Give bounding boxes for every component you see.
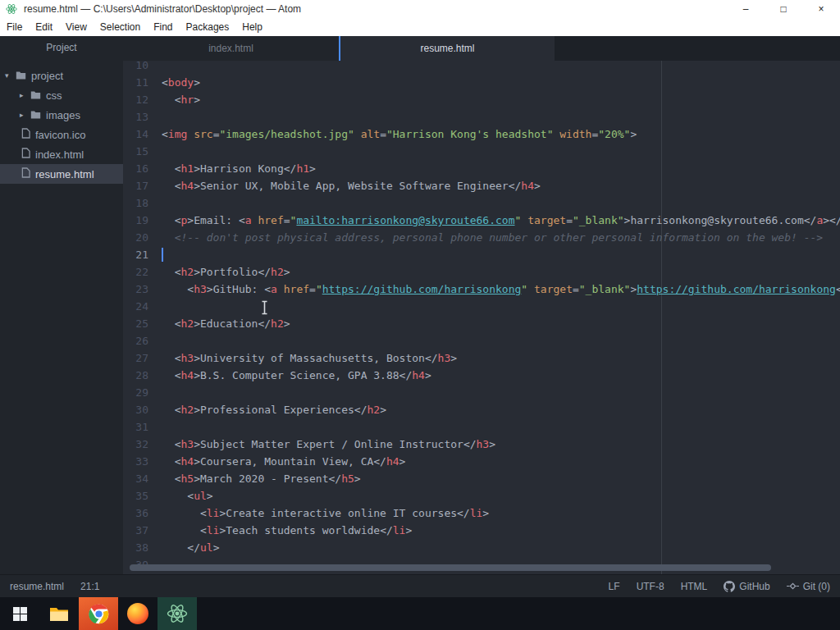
code-line-32[interactable]: 32 <h3>Subject Matter Expert / Online In…	[123, 436, 840, 453]
code-line-29[interactable]: 29	[123, 384, 840, 401]
line-number[interactable]: 33	[123, 453, 162, 470]
status-grammar[interactable]: HTML	[681, 581, 708, 592]
line-number[interactable]: 24	[123, 298, 162, 315]
github-icon	[724, 581, 735, 592]
code-line-14[interactable]: 14<img src="images/headshot.jpg" alt="Ha…	[123, 126, 840, 143]
line-number[interactable]: 23	[123, 281, 162, 298]
file-icon	[21, 148, 35, 161]
line-number[interactable]: 37	[123, 522, 162, 539]
code-line-content: <h4>Senior UX, Mobile App, Website Softw…	[162, 177, 541, 194]
line-number[interactable]: 31	[123, 418, 162, 436]
status-encoding[interactable]: UTF-8	[637, 581, 664, 592]
line-number[interactable]: 30	[123, 401, 162, 418]
tree-item-favicon.ico[interactable]: favicon.ico	[0, 125, 123, 144]
code-area[interactable]: 1011<body>12 <hr>1314<img src="images/he…	[123, 61, 840, 574]
tab-index.html[interactable]: index.html	[123, 36, 339, 61]
close-button[interactable]: ×	[802, 0, 840, 18]
code-line-30[interactable]: 30 <h2>Professional Experiences</h2>	[123, 401, 840, 418]
code-line-31[interactable]: 31	[123, 418, 840, 436]
line-number[interactable]: 17	[123, 177, 162, 194]
line-number[interactable]: 14	[123, 126, 162, 143]
code-line-content: <h1>Harrison Kong</h1>	[162, 160, 316, 177]
code-line-33[interactable]: 33 <h4>Coursera, Mountain View, CA</h4>	[123, 453, 840, 470]
code-line-17[interactable]: 17 <h4>Senior UX, Mobile App, Website So…	[123, 177, 840, 194]
code-line-13[interactable]: 13	[123, 108, 840, 126]
menu-view[interactable]: View	[59, 21, 94, 33]
tab-resume.html[interactable]: resume.html	[339, 36, 555, 61]
tree-item-images[interactable]: ▸images	[0, 105, 123, 125]
line-number[interactable]: 22	[123, 263, 162, 281]
taskbar-firefox[interactable]	[118, 597, 158, 630]
code-line-35[interactable]: 35 <ul>	[123, 487, 840, 504]
line-number[interactable]: 28	[123, 367, 162, 384]
line-number[interactable]: 13	[123, 108, 162, 126]
taskbar-chrome[interactable]	[79, 597, 118, 630]
menu-help[interactable]: Help	[235, 21, 269, 33]
menu-file[interactable]: File	[0, 21, 29, 33]
line-number[interactable]: 29	[123, 384, 162, 401]
horizontal-scrollbar-thumb[interactable]	[130, 564, 771, 571]
code-line-27[interactable]: 27 <h3>University of Massachusetts, Bost…	[123, 349, 840, 367]
line-number[interactable]: 15	[123, 143, 162, 160]
tree-item-css[interactable]: ▸css	[0, 85, 123, 105]
code-line-19[interactable]: 19 <p>Email: <a href="mailto:harrisonkon…	[123, 212, 840, 229]
menu-find[interactable]: Find	[147, 21, 179, 33]
menu-packages[interactable]: Packages	[180, 21, 236, 33]
code-line-25[interactable]: 25 <h2>Education</h2>	[123, 315, 840, 332]
code-line-24[interactable]: 24	[123, 298, 840, 315]
status-line-ending[interactable]: LF	[609, 581, 620, 592]
code-line-16[interactable]: 16 <h1>Harrison Kong</h1>	[123, 160, 840, 177]
line-number[interactable]: 20	[123, 229, 162, 246]
code-line-content: <h3>GitHub: <a href="https://github.com/…	[162, 281, 840, 298]
line-number[interactable]: 26	[123, 332, 162, 349]
code-line-36[interactable]: 36 <li>Create interactive online IT cour…	[123, 504, 840, 522]
code-line-18[interactable]: 18	[123, 194, 840, 212]
code-line-20[interactable]: 20 <!-- don't post physical address, per…	[123, 229, 840, 246]
code-line-10[interactable]: 10	[123, 61, 840, 74]
status-bar: resume.html 21:1 LFUTF-8HTMLGitHubGit (0…	[0, 574, 840, 597]
tree-item-resume.html[interactable]: resume.html	[0, 164, 123, 184]
code-line-28[interactable]: 28 <h4>B.S. Computer Science, GPA 3.88</…	[123, 367, 840, 384]
code-line-12[interactable]: 12 <hr>	[123, 91, 840, 108]
line-number[interactable]: 27	[123, 349, 162, 367]
code-line-34[interactable]: 34 <h5>March 2020 - Present</h5>	[123, 470, 840, 487]
line-number[interactable]: 19	[123, 212, 162, 229]
taskbar-file-explorer[interactable]	[39, 597, 79, 630]
cursor-position-indicator[interactable]: 21:1	[80, 581, 99, 592]
code-line-38[interactable]: 38 </ul>	[123, 539, 840, 556]
maximize-button[interactable]: □	[765, 0, 802, 18]
taskbar-atom[interactable]	[158, 597, 197, 630]
line-number[interactable]: 38	[123, 539, 162, 556]
taskbar-start[interactable]	[0, 597, 39, 630]
code-line-37[interactable]: 37 <li>Teach students worldwide</li>	[123, 522, 840, 539]
line-number[interactable]: 21	[123, 246, 162, 263]
code-line-content: <ul>	[162, 487, 213, 504]
code-line-21[interactable]: 21	[123, 246, 840, 263]
tree-item-project[interactable]: ▾project	[0, 66, 123, 85]
code-line-11[interactable]: 11<body>	[123, 74, 840, 91]
code-line-23[interactable]: 23 <h3>GitHub: <a href="https://github.c…	[123, 281, 840, 298]
code-line-22[interactable]: 22 <h2>Portfolio</h2>	[123, 263, 840, 281]
line-number[interactable]: 16	[123, 160, 162, 177]
code-line-26[interactable]: 26	[123, 332, 840, 349]
line-number[interactable]: 10	[123, 61, 162, 74]
status-git[interactable]: Git (0)	[787, 581, 830, 592]
code-line-15[interactable]: 15	[123, 143, 840, 160]
line-number[interactable]: 36	[123, 504, 162, 522]
menu-selection[interactable]: Selection	[94, 21, 147, 33]
line-number[interactable]: 11	[123, 74, 162, 91]
line-number[interactable]: 12	[123, 91, 162, 108]
tree-item-index.html[interactable]: index.html	[0, 144, 123, 164]
line-number[interactable]: 25	[123, 315, 162, 332]
menu-edit[interactable]: Edit	[29, 21, 59, 33]
line-number[interactable]: 18	[123, 194, 162, 212]
folder-icon	[30, 89, 46, 102]
tree-item-label: css	[46, 89, 62, 102]
line-number[interactable]: 34	[123, 470, 162, 487]
minimize-button[interactable]: –	[727, 0, 765, 18]
status-github[interactable]: GitHub	[724, 581, 769, 592]
code-line-content: <!-- don't post physical address, person…	[162, 229, 823, 246]
code-line-content: <h2>Portfolio</h2>	[162, 263, 290, 281]
line-number[interactable]: 32	[123, 436, 162, 453]
line-number[interactable]: 35	[123, 487, 162, 504]
